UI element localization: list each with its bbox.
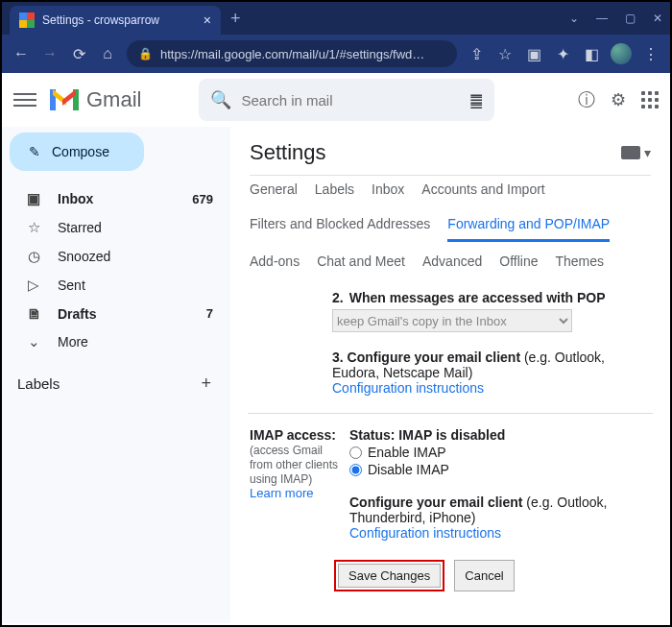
help-icon[interactable]: ⓘ [578,88,595,111]
cancel-button[interactable]: Cancel [454,560,514,591]
back-icon[interactable]: ← [12,45,31,62]
search-icon[interactable]: 🔍 [210,89,231,110]
sidebar-item-snoozed[interactable]: ◷Snoozed [10,242,223,271]
settings-main: Settings ▾ General Labels Inbox Accounts… [230,127,670,623]
sidebar-item-inbox[interactable]: ▣Inbox679 [10,184,223,213]
tab-filters[interactable]: Filters and Blocked Addresses [250,216,430,242]
chevron-down-icon[interactable]: ⌄ [569,12,579,25]
gmail-brand[interactable]: Gmail [50,87,141,112]
lock-icon: 🔒 [138,47,153,60]
tab-title: Settings - crowsparrow [42,13,198,27]
save-highlight: Save Changes [334,560,444,591]
pop-action-select[interactable]: keep Gmail's copy in the Inbox [332,309,572,332]
tab-forwarding[interactable]: Forwarding and POP/IMAP [447,216,610,242]
new-tab-button[interactable]: + [230,9,241,29]
imap-section: IMAP access: (access Gmail from other cl… [250,427,651,541]
sidebar-item-drafts[interactable]: 🗎Drafts7 [10,300,223,327]
url-text: https://mail.google.com/mail/u/1/#settin… [160,47,424,61]
tune-icon[interactable]: ䷀ [469,91,483,109]
hamburger-icon[interactable] [13,88,36,111]
browser-tab[interactable]: Settings - crowsparrow × [10,6,221,35]
file-icon: 🗎 [25,305,42,322]
imap-config-link[interactable]: Configuration instructions [349,525,501,541]
imap-learn-more-link[interactable]: Learn more [250,486,313,500]
compose-button[interactable]: ✎ Compose [10,133,144,171]
search-input[interactable] [241,92,460,109]
maximize-icon[interactable]: ▢ [625,12,636,25]
search-box[interactable]: 🔍 ䷀ [199,79,494,121]
star-icon: ☆ [25,219,42,236]
address-bar[interactable]: 🔒 https://mail.google.com/mail/u/1/#sett… [127,40,457,67]
tab-chat[interactable]: Chat and Meet [317,253,405,277]
browser-chrome: Settings - crowsparrow × + ⌄ — ▢ ✕ ← → ⟳… [2,2,670,73]
window-close-icon[interactable]: ✕ [653,12,662,25]
kebab-icon[interactable]: ⋮ [641,45,660,63]
enable-imap-radio[interactable]: Enable IMAP [349,445,651,460]
tab-addons[interactable]: Add-ons [250,253,300,277]
gmail-header: Gmail 🔍 ䷀ ⓘ ⚙ [2,73,670,127]
gear-icon[interactable]: ⚙ [611,89,626,110]
minimize-icon[interactable]: — [596,12,608,25]
pencil-icon: ✎ [29,144,40,159]
sidebar-item-starred[interactable]: ☆Starred [10,213,223,242]
tab-advanced[interactable]: Advanced [422,253,482,277]
save-button[interactable]: Save Changes [338,564,441,588]
chevron-down-icon: ⌄ [25,333,42,350]
input-tool-button[interactable]: ▾ [621,145,651,160]
gmail-logo-icon [50,89,79,110]
brand-text: Gmail [86,87,141,112]
tab-inbox[interactable]: Inbox [372,181,404,205]
apps-grid-icon[interactable] [641,91,659,109]
sidebar-item-more[interactable]: ⌄More [10,327,223,356]
disable-imap-radio[interactable]: Disable IMAP [349,462,651,477]
forward-icon[interactable]: → [40,45,60,62]
keyboard-icon [621,146,640,159]
labels-header: Labels + [10,356,223,394]
gmail-favicon [19,12,35,28]
tab-offline[interactable]: Offline [499,253,538,277]
cast-icon[interactable]: ▣ [524,45,543,63]
close-icon[interactable]: × [204,12,211,28]
imap-status: Status: IMAP is disabled [349,427,651,443]
tab-themes[interactable]: Themes [556,253,605,277]
star-icon[interactable]: ☆ [495,45,515,63]
inbox-icon: ▣ [25,190,42,207]
home-icon[interactable]: ⌂ [98,45,117,62]
tab-general[interactable]: General [250,181,298,205]
sidebar-item-sent[interactable]: ▷Sent [10,271,223,300]
share-icon[interactable]: ⇪ [467,45,486,63]
clock-icon: ◷ [25,248,42,265]
reload-icon[interactable]: ⟳ [69,45,88,63]
profile-avatar[interactable] [611,43,632,64]
compose-label: Compose [52,144,109,159]
sidepanel-icon[interactable]: ◧ [582,45,601,63]
pop-config-link[interactable]: Configuration instructions [332,380,484,396]
extensions-icon[interactable]: ✦ [553,45,572,63]
tab-accounts[interactable]: Accounts and Import [421,181,544,205]
add-label-icon[interactable]: + [201,374,211,394]
send-icon: ▷ [25,277,42,294]
sidebar: ✎ Compose ▣Inbox679 ☆Starred ◷Snoozed ▷S… [2,127,230,623]
tab-labels[interactable]: Labels [315,181,354,205]
page-title: Settings [250,140,326,165]
caret-down-icon: ▾ [644,145,651,160]
pop-section: 2.When messages are accessed with POP ke… [250,290,651,396]
